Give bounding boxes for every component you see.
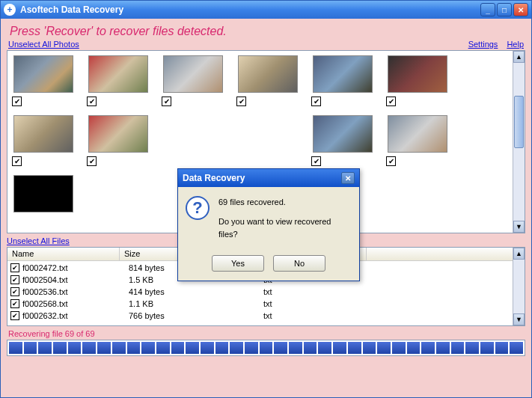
file-checkbox[interactable]: ✔ (10, 263, 19, 272)
content-area: Press 'Recover' to recover files detecte… (1, 19, 531, 397)
photo-checkbox[interactable]: ✔ (87, 97, 97, 106)
file-checkbox[interactable]: ✔ (10, 299, 19, 308)
photo-checkbox[interactable]: ✔ (12, 156, 22, 166)
scroll-down-button[interactable]: ▼ (513, 313, 525, 325)
dialog-message: 69 files recovered. Do you want to view … (218, 196, 352, 242)
photo-thumb[interactable]: ✔ (88, 55, 148, 93)
photo-thumb[interactable]: ✔ (238, 55, 298, 93)
no-button[interactable]: No (273, 255, 325, 272)
photo-checkbox[interactable]: ✔ (311, 97, 321, 106)
minimize-button[interactable]: _ (480, 3, 495, 16)
photo-checkbox[interactable]: ✔ (386, 156, 396, 166)
column-blank (367, 248, 525, 260)
photo-checkbox[interactable]: ✔ (236, 97, 246, 106)
window-title: Asoftech Data Recovery (20, 4, 123, 15)
scroll-down-button[interactable]: ▼ (513, 221, 525, 233)
photo-checkbox[interactable]: ✔ (311, 156, 321, 166)
file-row[interactable]: ✔f0002536.txt414 bytestxt (7, 286, 525, 298)
close-button[interactable]: ✕ (513, 3, 528, 16)
file-checkbox[interactable]: ✔ (10, 287, 19, 296)
file-checkbox[interactable]: ✔ (10, 275, 19, 284)
photo-thumb[interactable]: ✔ (13, 115, 73, 153)
photo-thumb[interactable]: ✔ (163, 55, 223, 93)
confirmation-dialog: Data Recovery ✕ ? 69 files recovered. Do… (177, 168, 360, 281)
photo-checkbox[interactable]: ✔ (12, 97, 22, 106)
photo-thumb[interactable]: ✔ (313, 115, 373, 153)
titlebar: + Asoftech Data Recovery _ □ ✕ (1, 1, 531, 19)
photo-thumb[interactable]: ✔ (388, 55, 447, 93)
file-row[interactable]: ✔f0002568.txt1.1 KBtxt (7, 298, 525, 310)
photo-thumb[interactable]: ✔ (313, 55, 373, 93)
scroll-thumb[interactable] (514, 96, 524, 148)
status-text: Recovering file 69 of 69 (7, 326, 525, 340)
photo-checkbox[interactable]: ✔ (87, 156, 97, 166)
progress-bar (7, 340, 525, 356)
settings-link[interactable]: Settings (468, 40, 498, 49)
unselect-all-photos-link[interactable]: Unselect All Photos (8, 40, 79, 49)
file-row[interactable]: ✔f0002632.txt766 bytestxt (7, 310, 525, 322)
photo-checkbox[interactable]: ✔ (386, 97, 396, 106)
photo-thumb[interactable]: ✔ (88, 115, 148, 153)
photo-checkbox[interactable]: ✔ (162, 97, 171, 106)
photo-thumb[interactable]: ✔ (13, 55, 73, 93)
maximize-button[interactable]: □ (497, 3, 512, 16)
photo-thumb[interactable] (13, 175, 73, 212)
top-links-bar: Unselect All Photos Settings Help (7, 40, 525, 50)
scroll-up-button[interactable]: ▲ (513, 51, 525, 63)
dialog-titlebar: Data Recovery ✕ (178, 169, 359, 187)
file-checkbox[interactable]: ✔ (10, 311, 19, 320)
photo-scrollbar[interactable]: ▲ ▼ (513, 51, 525, 233)
yes-button[interactable]: Yes (212, 255, 264, 272)
column-name[interactable]: Name (7, 248, 120, 260)
dialog-close-button[interactable]: ✕ (341, 172, 355, 184)
app-icon: + (4, 4, 16, 16)
question-icon: ? (186, 196, 210, 220)
instruction-text: Press 'Recover' to recover files detecte… (7, 22, 525, 40)
file-scrollbar[interactable]: ▲ ▼ (513, 248, 525, 325)
photo-thumb[interactable]: ✔ (388, 115, 447, 153)
unselect-all-files-link[interactable]: Unselect All Files (7, 236, 70, 245)
dialog-title: Data Recovery (183, 173, 245, 183)
scroll-up-button[interactable]: ▲ (513, 248, 525, 260)
help-link[interactable]: Help (507, 40, 524, 49)
